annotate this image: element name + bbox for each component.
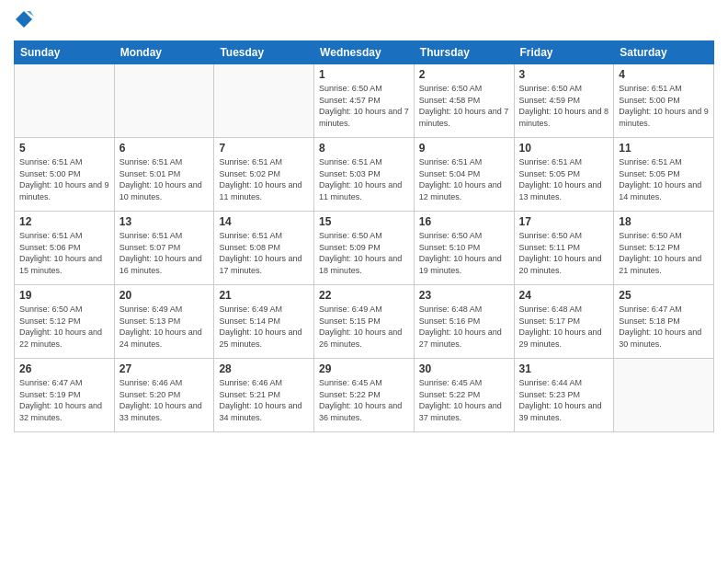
week-row-4: 19Sunrise: 6:50 AM Sunset: 5:12 PM Dayli… bbox=[15, 285, 714, 359]
calendar-cell: 14Sunrise: 6:51 AM Sunset: 5:08 PM Dayli… bbox=[214, 212, 314, 285]
calendar-cell: 17Sunrise: 6:50 AM Sunset: 5:11 PM Dayli… bbox=[514, 212, 614, 285]
calendar-cell bbox=[214, 64, 314, 138]
day-number: 26 bbox=[19, 362, 109, 375]
day-number: 4 bbox=[619, 68, 709, 81]
day-number: 6 bbox=[119, 142, 210, 155]
day-info: Sunrise: 6:49 AM Sunset: 5:13 PM Dayligh… bbox=[119, 304, 210, 350]
day-info: Sunrise: 6:50 AM Sunset: 5:10 PM Dayligh… bbox=[419, 230, 509, 276]
day-number: 16 bbox=[419, 215, 509, 228]
weekday-header-row: SundayMondayTuesdayWednesdayThursdayFrid… bbox=[15, 41, 714, 64]
calendar-table: SundayMondayTuesdayWednesdayThursdayFrid… bbox=[14, 40, 714, 432]
day-info: Sunrise: 6:48 AM Sunset: 5:16 PM Dayligh… bbox=[419, 304, 509, 350]
calendar-cell: 19Sunrise: 6:50 AM Sunset: 5:12 PM Dayli… bbox=[15, 285, 115, 359]
week-row-2: 5Sunrise: 6:51 AM Sunset: 5:00 PM Daylig… bbox=[15, 138, 714, 212]
day-info: Sunrise: 6:51 AM Sunset: 5:06 PM Dayligh… bbox=[19, 230, 109, 276]
day-number: 28 bbox=[219, 362, 309, 375]
calendar-cell: 31Sunrise: 6:44 AM Sunset: 5:23 PM Dayli… bbox=[514, 359, 614, 432]
day-number: 24 bbox=[519, 289, 609, 302]
day-number: 7 bbox=[219, 142, 309, 155]
day-info: Sunrise: 6:51 AM Sunset: 5:00 PM Dayligh… bbox=[619, 83, 709, 129]
day-number: 15 bbox=[319, 215, 409, 228]
day-info: Sunrise: 6:51 AM Sunset: 5:02 PM Dayligh… bbox=[219, 156, 309, 202]
day-info: Sunrise: 6:51 AM Sunset: 5:04 PM Dayligh… bbox=[419, 156, 509, 202]
day-info: Sunrise: 6:50 AM Sunset: 5:12 PM Dayligh… bbox=[619, 230, 709, 276]
weekday-header-monday: Monday bbox=[114, 41, 214, 64]
calendar-cell: 25Sunrise: 6:47 AM Sunset: 5:18 PM Dayli… bbox=[614, 285, 714, 359]
calendar-cell: 1Sunrise: 6:50 AM Sunset: 4:57 PM Daylig… bbox=[314, 64, 415, 138]
calendar-cell: 16Sunrise: 6:50 AM Sunset: 5:10 PM Dayli… bbox=[414, 212, 514, 285]
day-info: Sunrise: 6:51 AM Sunset: 5:07 PM Dayligh… bbox=[119, 230, 210, 276]
calendar-cell: 8Sunrise: 6:51 AM Sunset: 5:03 PM Daylig… bbox=[314, 138, 415, 212]
calendar-cell: 28Sunrise: 6:46 AM Sunset: 5:21 PM Dayli… bbox=[214, 359, 314, 432]
day-number: 31 bbox=[519, 362, 609, 375]
day-info: Sunrise: 6:45 AM Sunset: 5:22 PM Dayligh… bbox=[419, 377, 509, 423]
calendar-cell: 12Sunrise: 6:51 AM Sunset: 5:06 PM Dayli… bbox=[15, 212, 115, 285]
day-number: 2 bbox=[419, 68, 509, 81]
day-info: Sunrise: 6:50 AM Sunset: 4:58 PM Dayligh… bbox=[419, 83, 509, 129]
day-number: 13 bbox=[119, 215, 210, 228]
day-info: Sunrise: 6:44 AM Sunset: 5:23 PM Dayligh… bbox=[519, 377, 609, 423]
day-number: 12 bbox=[19, 215, 109, 228]
calendar-cell: 18Sunrise: 6:50 AM Sunset: 5:12 PM Dayli… bbox=[614, 212, 714, 285]
calendar-cell: 3Sunrise: 6:50 AM Sunset: 4:59 PM Daylig… bbox=[514, 64, 614, 138]
calendar-cell: 30Sunrise: 6:45 AM Sunset: 5:22 PM Dayli… bbox=[414, 359, 514, 432]
day-info: Sunrise: 6:51 AM Sunset: 5:00 PM Dayligh… bbox=[19, 156, 109, 202]
weekday-header-friday: Friday bbox=[514, 41, 614, 64]
calendar-cell: 29Sunrise: 6:45 AM Sunset: 5:22 PM Dayli… bbox=[314, 359, 415, 432]
calendar-cell: 23Sunrise: 6:48 AM Sunset: 5:16 PM Dayli… bbox=[414, 285, 514, 359]
day-number: 22 bbox=[319, 289, 409, 302]
calendar-cell: 15Sunrise: 6:50 AM Sunset: 5:09 PM Dayli… bbox=[314, 212, 415, 285]
calendar-cell bbox=[114, 64, 214, 138]
calendar-cell: 4Sunrise: 6:51 AM Sunset: 5:00 PM Daylig… bbox=[614, 64, 714, 138]
day-number: 18 bbox=[619, 215, 709, 228]
day-number: 8 bbox=[319, 142, 409, 155]
day-number: 14 bbox=[219, 215, 309, 228]
day-number: 3 bbox=[519, 68, 609, 81]
calendar-cell: 24Sunrise: 6:48 AM Sunset: 5:17 PM Dayli… bbox=[514, 285, 614, 359]
day-number: 10 bbox=[519, 142, 609, 155]
calendar-cell: 11Sunrise: 6:51 AM Sunset: 5:05 PM Dayli… bbox=[614, 138, 714, 212]
calendar-cell bbox=[15, 64, 115, 138]
day-number: 11 bbox=[619, 142, 709, 155]
day-number: 21 bbox=[219, 289, 309, 302]
day-number: 19 bbox=[19, 289, 109, 302]
day-info: Sunrise: 6:48 AM Sunset: 5:17 PM Dayligh… bbox=[519, 304, 609, 350]
calendar-cell: 26Sunrise: 6:47 AM Sunset: 5:19 PM Dayli… bbox=[15, 359, 115, 432]
day-info: Sunrise: 6:50 AM Sunset: 4:57 PM Dayligh… bbox=[319, 83, 409, 129]
calendar-cell: 2Sunrise: 6:50 AM Sunset: 4:58 PM Daylig… bbox=[414, 64, 514, 138]
day-info: Sunrise: 6:50 AM Sunset: 5:11 PM Dayligh… bbox=[519, 230, 609, 276]
day-number: 25 bbox=[619, 289, 709, 302]
calendar-cell: 20Sunrise: 6:49 AM Sunset: 5:13 PM Dayli… bbox=[114, 285, 214, 359]
day-number: 20 bbox=[119, 289, 210, 302]
day-number: 23 bbox=[419, 289, 509, 302]
svg-marker-0 bbox=[16, 11, 32, 28]
day-info: Sunrise: 6:51 AM Sunset: 5:01 PM Dayligh… bbox=[119, 156, 210, 202]
day-info: Sunrise: 6:51 AM Sunset: 5:08 PM Dayligh… bbox=[219, 230, 309, 276]
weekday-header-wednesday: Wednesday bbox=[314, 41, 415, 64]
day-info: Sunrise: 6:47 AM Sunset: 5:19 PM Dayligh… bbox=[19, 377, 109, 423]
day-info: Sunrise: 6:49 AM Sunset: 5:14 PM Dayligh… bbox=[219, 304, 309, 350]
day-info: Sunrise: 6:51 AM Sunset: 5:05 PM Dayligh… bbox=[619, 156, 709, 202]
day-info: Sunrise: 6:46 AM Sunset: 5:20 PM Dayligh… bbox=[119, 377, 210, 423]
calendar-cell: 5Sunrise: 6:51 AM Sunset: 5:00 PM Daylig… bbox=[15, 138, 115, 212]
day-number: 30 bbox=[419, 362, 509, 375]
day-info: Sunrise: 6:50 AM Sunset: 4:59 PM Dayligh… bbox=[519, 83, 609, 129]
day-info: Sunrise: 6:50 AM Sunset: 5:09 PM Dayligh… bbox=[319, 230, 409, 276]
page: SundayMondayTuesdayWednesdayThursdayFrid… bbox=[0, 0, 728, 563]
header bbox=[14, 9, 714, 33]
weekday-header-sunday: Sunday bbox=[15, 41, 115, 64]
day-number: 27 bbox=[119, 362, 210, 375]
logo bbox=[14, 9, 38, 33]
day-number: 29 bbox=[319, 362, 409, 375]
day-number: 5 bbox=[19, 142, 109, 155]
calendar-cell: 10Sunrise: 6:51 AM Sunset: 5:05 PM Dayli… bbox=[514, 138, 614, 212]
day-info: Sunrise: 6:47 AM Sunset: 5:18 PM Dayligh… bbox=[619, 304, 709, 350]
week-row-5: 26Sunrise: 6:47 AM Sunset: 5:19 PM Dayli… bbox=[15, 359, 714, 432]
day-info: Sunrise: 6:46 AM Sunset: 5:21 PM Dayligh… bbox=[219, 377, 309, 423]
weekday-header-tuesday: Tuesday bbox=[214, 41, 314, 64]
day-number: 9 bbox=[419, 142, 509, 155]
calendar-cell: 9Sunrise: 6:51 AM Sunset: 5:04 PM Daylig… bbox=[414, 138, 514, 212]
day-number: 17 bbox=[519, 215, 609, 228]
calendar-cell: 21Sunrise: 6:49 AM Sunset: 5:14 PM Dayli… bbox=[214, 285, 314, 359]
day-info: Sunrise: 6:51 AM Sunset: 5:05 PM Dayligh… bbox=[519, 156, 609, 202]
